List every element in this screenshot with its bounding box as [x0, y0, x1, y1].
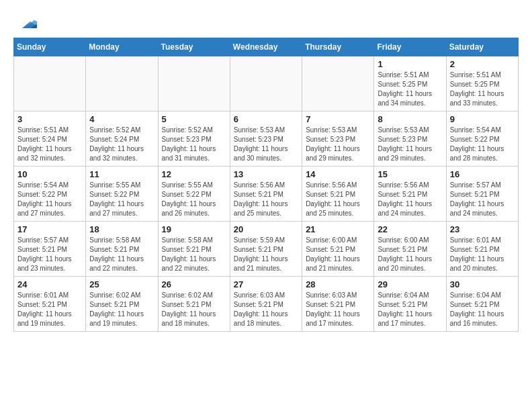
day-number: 30	[450, 279, 515, 289]
day-info: Sunrise: 5:54 AM Sunset: 5:22 PM Dayligh…	[17, 181, 82, 218]
day-info: Sunrise: 5:56 AM Sunset: 5:21 PM Dayligh…	[378, 181, 442, 218]
calendar-cell	[158, 56, 230, 111]
calendar-day-header: Monday	[86, 38, 158, 56]
calendar-day-header: Friday	[374, 38, 446, 56]
calendar-cell: 29Sunrise: 6:04 AM Sunset: 5:21 PM Dayli…	[374, 277, 446, 332]
calendar-cell	[302, 56, 374, 111]
day-info: Sunrise: 5:53 AM Sunset: 5:23 PM Dayligh…	[306, 126, 370, 163]
calendar-cell: 11Sunrise: 5:55 AM Sunset: 5:22 PM Dayli…	[86, 167, 158, 222]
calendar-cell: 3Sunrise: 5:51 AM Sunset: 5:24 PM Daylig…	[14, 111, 86, 167]
calendar-cell: 22Sunrise: 6:00 AM Sunset: 5:21 PM Dayli…	[374, 222, 446, 277]
calendar-cell: 9Sunrise: 5:54 AM Sunset: 5:22 PM Daylig…	[446, 111, 518, 167]
day-number: 27	[234, 279, 298, 289]
calendar-cell	[230, 56, 302, 111]
day-info: Sunrise: 5:58 AM Sunset: 5:21 PM Dayligh…	[162, 236, 226, 273]
calendar-cell: 19Sunrise: 5:58 AM Sunset: 5:21 PM Dayli…	[158, 222, 230, 277]
day-number: 11	[89, 169, 154, 179]
calendar-day-header: Thursday	[302, 38, 374, 56]
day-info: Sunrise: 6:01 AM Sunset: 5:21 PM Dayligh…	[17, 291, 82, 328]
calendar-cell: 8Sunrise: 5:53 AM Sunset: 5:23 PM Daylig…	[374, 111, 446, 167]
day-number: 5	[162, 114, 226, 124]
calendar-cell: 1Sunrise: 5:51 AM Sunset: 5:25 PM Daylig…	[374, 56, 446, 111]
day-number: 21	[306, 224, 370, 234]
calendar-cell: 6Sunrise: 5:53 AM Sunset: 5:23 PM Daylig…	[230, 111, 302, 167]
day-number: 6	[234, 114, 298, 124]
calendar-cell: 12Sunrise: 5:55 AM Sunset: 5:22 PM Dayli…	[158, 167, 230, 222]
page-header	[13, 11, 519, 32]
calendar-cell: 4Sunrise: 5:52 AM Sunset: 5:24 PM Daylig…	[86, 111, 158, 167]
calendar-cell: 17Sunrise: 5:57 AM Sunset: 5:21 PM Dayli…	[14, 222, 86, 277]
calendar-week-row: 24Sunrise: 6:01 AM Sunset: 5:21 PM Dayli…	[14, 277, 519, 332]
calendar-cell: 2Sunrise: 5:51 AM Sunset: 5:25 PM Daylig…	[446, 56, 518, 111]
day-info: Sunrise: 6:04 AM Sunset: 5:21 PM Dayligh…	[450, 291, 515, 328]
day-info: Sunrise: 6:03 AM Sunset: 5:21 PM Dayligh…	[306, 291, 370, 328]
day-number: 13	[234, 169, 298, 179]
calendar-cell: 25Sunrise: 6:02 AM Sunset: 5:21 PM Dayli…	[86, 277, 158, 332]
day-info: Sunrise: 5:52 AM Sunset: 5:24 PM Dayligh…	[89, 126, 154, 163]
day-info: Sunrise: 5:54 AM Sunset: 5:22 PM Dayligh…	[450, 126, 515, 163]
calendar-week-row: 17Sunrise: 5:57 AM Sunset: 5:21 PM Dayli…	[14, 222, 519, 277]
calendar-week-row: 10Sunrise: 5:54 AM Sunset: 5:22 PM Dayli…	[14, 167, 519, 222]
day-info: Sunrise: 5:57 AM Sunset: 5:21 PM Dayligh…	[450, 181, 515, 218]
calendar-week-row: 1Sunrise: 5:51 AM Sunset: 5:25 PM Daylig…	[14, 56, 519, 111]
day-info: Sunrise: 5:51 AM Sunset: 5:25 PM Dayligh…	[378, 71, 442, 108]
day-info: Sunrise: 6:03 AM Sunset: 5:21 PM Dayligh…	[234, 291, 298, 328]
day-number: 15	[378, 169, 442, 179]
day-number: 10	[17, 169, 82, 179]
calendar-cell: 13Sunrise: 5:56 AM Sunset: 5:21 PM Dayli…	[230, 167, 302, 222]
day-info: Sunrise: 5:52 AM Sunset: 5:23 PM Dayligh…	[162, 126, 226, 163]
day-info: Sunrise: 5:55 AM Sunset: 5:22 PM Dayligh…	[89, 181, 154, 218]
calendar-cell: 26Sunrise: 6:02 AM Sunset: 5:21 PM Dayli…	[158, 277, 230, 332]
day-number: 24	[17, 279, 82, 289]
calendar-cell: 24Sunrise: 6:01 AM Sunset: 5:21 PM Dayli…	[14, 277, 86, 332]
day-info: Sunrise: 6:04 AM Sunset: 5:21 PM Dayligh…	[378, 291, 442, 328]
day-number: 29	[378, 279, 442, 289]
day-info: Sunrise: 5:51 AM Sunset: 5:24 PM Dayligh…	[17, 126, 82, 163]
day-number: 25	[89, 279, 154, 289]
day-info: Sunrise: 5:53 AM Sunset: 5:23 PM Dayligh…	[378, 126, 442, 163]
day-number: 7	[306, 114, 370, 124]
calendar-cell: 21Sunrise: 6:00 AM Sunset: 5:21 PM Dayli…	[302, 222, 374, 277]
day-info: Sunrise: 6:00 AM Sunset: 5:21 PM Dayligh…	[378, 236, 442, 273]
day-info: Sunrise: 5:56 AM Sunset: 5:21 PM Dayligh…	[306, 181, 370, 218]
calendar-cell: 28Sunrise: 6:03 AM Sunset: 5:21 PM Dayli…	[302, 277, 374, 332]
logo-icon	[15, 11, 37, 32]
calendar-cell: 18Sunrise: 5:58 AM Sunset: 5:21 PM Dayli…	[86, 222, 158, 277]
calendar-cell: 10Sunrise: 5:54 AM Sunset: 5:22 PM Dayli…	[14, 167, 86, 222]
day-info: Sunrise: 5:59 AM Sunset: 5:21 PM Dayligh…	[234, 236, 298, 273]
day-number: 18	[89, 224, 154, 234]
day-number: 12	[162, 169, 226, 179]
day-number: 23	[450, 224, 515, 234]
calendar-cell: 5Sunrise: 5:52 AM Sunset: 5:23 PM Daylig…	[158, 111, 230, 167]
day-number: 4	[89, 114, 154, 124]
day-info: Sunrise: 6:02 AM Sunset: 5:21 PM Dayligh…	[89, 291, 154, 328]
day-number: 14	[306, 169, 370, 179]
day-number: 22	[378, 224, 442, 234]
day-number: 26	[162, 279, 226, 289]
calendar-day-header: Sunday	[14, 38, 86, 56]
day-info: Sunrise: 6:02 AM Sunset: 5:21 PM Dayligh…	[162, 291, 226, 328]
calendar-cell: 7Sunrise: 5:53 AM Sunset: 5:23 PM Daylig…	[302, 111, 374, 167]
day-number: 20	[234, 224, 298, 234]
calendar-cell: 16Sunrise: 5:57 AM Sunset: 5:21 PM Dayli…	[446, 167, 518, 222]
day-number: 3	[17, 114, 82, 124]
day-number: 2	[450, 59, 515, 69]
day-number: 17	[17, 224, 82, 234]
day-number: 9	[450, 114, 515, 124]
day-number: 16	[450, 169, 515, 179]
calendar-day-header: Saturday	[446, 38, 518, 56]
calendar-cell: 14Sunrise: 5:56 AM Sunset: 5:21 PM Dayli…	[302, 167, 374, 222]
calendar-header-row: SundayMondayTuesdayWednesdayThursdayFrid…	[14, 38, 519, 56]
calendar-cell	[86, 56, 158, 111]
day-info: Sunrise: 5:56 AM Sunset: 5:21 PM Dayligh…	[234, 181, 298, 218]
day-info: Sunrise: 5:55 AM Sunset: 5:22 PM Dayligh…	[162, 181, 226, 218]
day-number: 19	[162, 224, 226, 234]
calendar-cell: 20Sunrise: 5:59 AM Sunset: 5:21 PM Dayli…	[230, 222, 302, 277]
day-info: Sunrise: 5:53 AM Sunset: 5:23 PM Dayligh…	[234, 126, 298, 163]
day-number: 28	[306, 279, 370, 289]
day-info: Sunrise: 6:01 AM Sunset: 5:21 PM Dayligh…	[450, 236, 515, 273]
calendar-cell: 30Sunrise: 6:04 AM Sunset: 5:21 PM Dayli…	[446, 277, 518, 332]
calendar-cell: 15Sunrise: 5:56 AM Sunset: 5:21 PM Dayli…	[374, 167, 446, 222]
day-number: 8	[378, 114, 442, 124]
logo	[13, 11, 37, 32]
